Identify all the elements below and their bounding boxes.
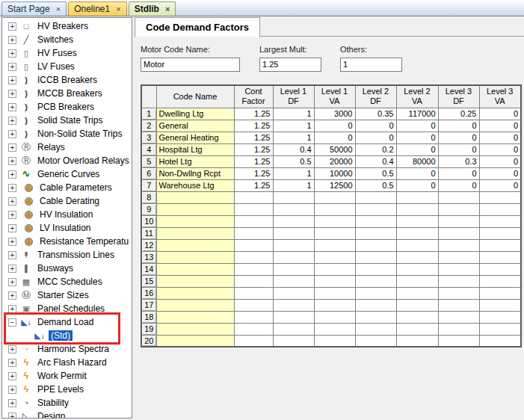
sidebar-item-stability[interactable]: Stability [2, 396, 132, 410]
value-cell[interactable] [355, 251, 396, 263]
value-cell[interactable] [273, 311, 314, 323]
value-cell[interactable] [234, 275, 273, 287]
code-name-cell[interactable] [156, 299, 234, 311]
value-cell[interactable]: 0.25 [438, 108, 479, 120]
value-cell[interactable]: 0 [479, 108, 521, 120]
value-cell[interactable] [314, 287, 355, 299]
value-cell[interactable] [355, 203, 396, 215]
value-cell[interactable] [479, 251, 521, 263]
value-cell[interactable] [273, 251, 314, 263]
value-cell[interactable] [273, 191, 314, 203]
row-number[interactable]: 20 [141, 335, 156, 347]
expand-icon[interactable] [8, 345, 16, 353]
row-number[interactable]: 14 [141, 263, 156, 275]
value-cell[interactable] [314, 323, 355, 335]
value-cell[interactable]: 0 [438, 179, 479, 191]
value-cell[interactable]: 0.5 [355, 179, 396, 191]
value-cell[interactable] [479, 191, 521, 203]
code-name-cell[interactable] [156, 227, 234, 239]
value-cell[interactable] [273, 335, 314, 347]
value-cell[interactable] [355, 239, 396, 251]
value-cell[interactable]: 1.25 [234, 120, 273, 132]
code-name-cell[interactable] [156, 335, 234, 347]
value-cell[interactable]: 0.35 [355, 108, 396, 120]
value-cell[interactable]: 12500 [314, 179, 355, 191]
sidebar-item-pcb-breakers[interactable]: PCB Breakers [2, 100, 132, 114]
expand-icon[interactable] [8, 197, 16, 206]
value-cell[interactable]: 0 [314, 132, 355, 143]
value-cell[interactable]: 0 [396, 143, 438, 155]
value-cell[interactable] [396, 239, 438, 251]
sidebar-item-starter-sizes[interactable]: Starter Sizes [2, 288, 132, 302]
value-cell[interactable] [396, 275, 438, 287]
sidebar-item-solid-state-trips[interactable]: Solid State Trips [2, 114, 132, 127]
sidebar-item-arc-flash-hazard[interactable]: Arc Flash Hazard [2, 356, 132, 369]
expand-icon[interactable] [8, 143, 16, 152]
expand-icon[interactable] [8, 103, 16, 111]
row-number[interactable]: 9 [141, 203, 156, 215]
collapse-icon[interactable] [8, 318, 16, 327]
value-cell[interactable]: 1.25 [234, 132, 273, 143]
value-cell[interactable] [438, 251, 479, 263]
expand-icon[interactable] [8, 170, 16, 179]
value-cell[interactable] [314, 227, 355, 239]
row-number[interactable]: 7 [141, 179, 156, 191]
value-cell[interactable] [479, 263, 521, 275]
code-name-cell[interactable] [156, 251, 234, 263]
value-cell[interactable]: 0 [479, 120, 521, 132]
row-number[interactable]: 5 [141, 155, 156, 167]
value-cell[interactable] [479, 299, 521, 311]
value-cell[interactable]: 0.5 [273, 155, 314, 167]
value-cell[interactable] [273, 203, 314, 215]
value-cell[interactable] [438, 311, 479, 323]
value-cell[interactable] [355, 323, 396, 335]
sidebar-item-hv-fuses[interactable]: HV Fuses [2, 46, 132, 60]
row-number[interactable]: 15 [141, 275, 156, 287]
value-cell[interactable]: 0 [479, 155, 521, 167]
value-cell[interactable] [234, 215, 273, 227]
value-cell[interactable] [314, 191, 355, 203]
value-cell[interactable]: 1 [273, 179, 314, 191]
value-cell[interactable]: 3000 [314, 108, 355, 120]
others-input[interactable] [340, 58, 402, 72]
value-cell[interactable]: 0.4 [273, 143, 314, 155]
value-cell[interactable] [234, 323, 273, 335]
value-cell[interactable]: 0 [396, 167, 438, 179]
value-cell[interactable] [355, 227, 396, 239]
value-cell[interactable] [234, 263, 273, 275]
value-cell[interactable]: 0 [479, 167, 521, 179]
value-cell[interactable] [479, 335, 521, 347]
value-cell[interactable] [355, 275, 396, 287]
value-cell[interactable] [234, 311, 273, 323]
row-number[interactable]: 13 [141, 251, 156, 263]
value-cell[interactable] [438, 287, 479, 299]
value-cell[interactable] [396, 311, 438, 323]
expand-icon[interactable] [8, 413, 16, 419]
code-name-cell[interactable] [156, 203, 234, 215]
value-cell[interactable] [314, 299, 355, 311]
value-cell[interactable] [438, 323, 479, 335]
code-name-cell[interactable]: General Heating [156, 132, 234, 143]
sidebar-item-design[interactable]: Design [2, 410, 132, 419]
tab-code-demand-factors[interactable]: Code Demand Factors [135, 17, 260, 37]
expand-icon[interactable] [8, 399, 16, 407]
value-cell[interactable]: 0 [396, 132, 438, 143]
sidebar-item-generic-curves[interactable]: Generic Curves [2, 167, 132, 181]
value-cell[interactable]: 0 [438, 143, 479, 155]
sidebar-item-transmission-lines[interactable]: Transmission Lines [2, 248, 132, 262]
value-cell[interactable] [273, 275, 314, 287]
value-cell[interactable]: 0.5 [355, 167, 396, 179]
sidebar-item-harmonic-spectra[interactable]: Harmonic Spectra [2, 342, 132, 356]
value-cell[interactable] [396, 215, 438, 227]
sidebar-item-cable-derating[interactable]: Cable Derating [2, 194, 132, 208]
expand-icon[interactable] [8, 359, 16, 367]
code-name-cell[interactable]: Non-Dwllng Rcpt [156, 167, 234, 179]
value-cell[interactable]: 1.25 [234, 167, 273, 179]
code-name-cell[interactable] [156, 323, 234, 335]
value-cell[interactable]: 1 [273, 132, 314, 143]
expand-icon[interactable] [8, 278, 16, 286]
code-name-cell[interactable] [156, 239, 234, 251]
expand-icon[interactable] [8, 224, 16, 232]
row-number[interactable]: 6 [141, 167, 156, 179]
value-cell[interactable]: 1.25 [234, 155, 273, 167]
